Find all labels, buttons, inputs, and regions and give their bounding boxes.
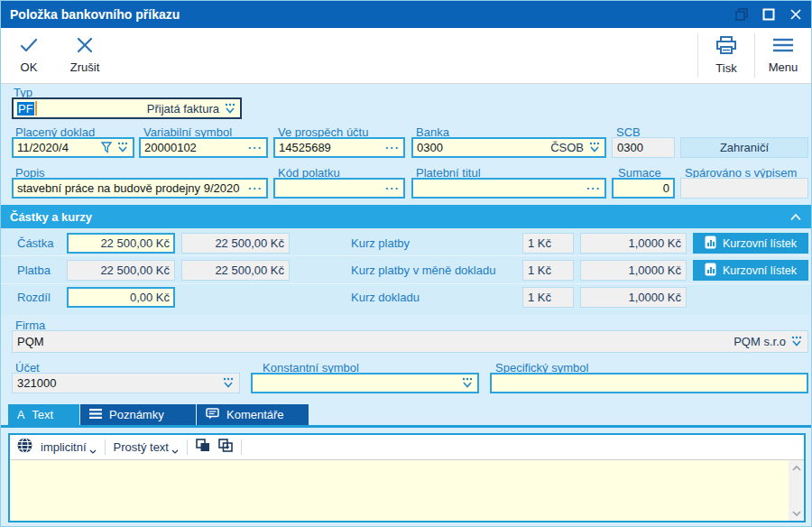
dropdown-combo-icon[interactable]	[222, 377, 235, 389]
kurz-platby-value-field: 1,0000 Kč	[580, 233, 687, 254]
chevron-up-icon[interactable]	[789, 210, 802, 224]
kod-polatku-field[interactable]: ···	[273, 178, 405, 199]
platba-value-2: 22 500,00 Kč	[215, 264, 284, 277]
kurz-platby-mena-label: Kurz platby v měně dokladu	[351, 264, 495, 277]
sparovano-field	[680, 178, 808, 199]
vertical-scrollbar[interactable]	[789, 460, 804, 521]
popis-value: stavební práce na budově prodejny 9/2020	[17, 181, 239, 195]
firma-value: PQM	[17, 335, 44, 348]
ok-button[interactable]: OK	[1, 28, 57, 83]
variabilni-symbol-field[interactable]: 20000102 ···	[139, 137, 268, 158]
platba-field-2: 22 500,00 Kč	[181, 260, 290, 281]
variabilni-symbol-value: 20000102	[144, 141, 197, 154]
specificky-symbol-field[interactable]	[490, 373, 808, 393]
kurzovni-listek-button-2[interactable]: Kurzovní lístek	[693, 260, 808, 281]
castka-value-2: 22 500,00 Kč	[215, 236, 284, 250]
check-icon	[19, 37, 39, 56]
tab-komentare[interactable]: Komentáře	[197, 404, 309, 425]
tab-underline	[1, 425, 811, 428]
restore-icon[interactable]	[735, 8, 748, 21]
kurz-platby-mena-base: 1 Kč	[528, 264, 551, 277]
cancel-button[interactable]: Zrušit	[57, 28, 113, 83]
kurz-dokladu-base: 1 Kč	[528, 291, 551, 304]
placeny-doklad-field[interactable]: 11/2020/4	[12, 137, 134, 158]
funnel-icon[interactable]	[101, 142, 112, 153]
scroll-down-icon[interactable]	[789, 505, 804, 521]
print-label: Tisk	[715, 61, 736, 75]
kurz-platby-mena-base-field: 1 Kč	[522, 260, 574, 281]
ellipsis-button[interactable]: ···	[385, 181, 400, 195]
konstantni-symbol-field[interactable]	[251, 373, 479, 393]
amounts-section-header[interactable]: Částky a kurzy	[1, 205, 811, 228]
kurzovni-listek-button[interactable]: Kurzovní lístek	[693, 233, 808, 254]
exchange-list-icon	[705, 236, 716, 252]
typ-display: Přijatá faktura	[147, 102, 219, 116]
platebni-titul-field[interactable]: ···	[411, 178, 606, 199]
language-dropdown[interactable]: implicitní	[41, 440, 97, 454]
text-format-icon: A	[17, 409, 24, 421]
scb-value: 0300	[617, 141, 643, 154]
format-dropdown-label: Prostý text	[114, 440, 169, 454]
kurz-dokladu-base-field: 1 Kč	[522, 287, 574, 308]
zahranici-button-label: Zahraničí	[720, 141, 769, 154]
dropdown-combo-icon[interactable]	[224, 103, 236, 115]
castka-label: Částka	[17, 236, 53, 250]
ucet-field[interactable]: 321000	[12, 373, 240, 393]
editor-toolbar: implicitní Prostý text	[10, 435, 804, 460]
platba-field: 22 500,00 Kč	[67, 260, 175, 281]
dropdown-combo-icon[interactable]	[461, 377, 474, 389]
ok-label: OK	[21, 60, 38, 74]
separator	[1, 283, 811, 284]
tab-text[interactable]: A Text	[8, 404, 79, 425]
separator	[241, 439, 242, 455]
banka-field[interactable]: 0300 ČSOB	[411, 137, 606, 158]
copy-icon[interactable]	[196, 439, 210, 456]
ellipsis-button[interactable]: ···	[586, 181, 601, 195]
ve-prospech-uctu-value: 14525689	[279, 141, 331, 154]
ve-prospech-uctu-field[interactable]: 14525689 ···	[273, 137, 405, 158]
maximize-icon[interactable]	[762, 8, 775, 21]
print-button[interactable]: Tisk	[698, 28, 754, 83]
kurzovni-listek-label: Kurzovní lístek	[723, 237, 797, 250]
firma-display: PQM s.r.o	[734, 335, 786, 348]
banka-value: 0300	[417, 141, 443, 154]
copy-plus-icon[interactable]	[218, 439, 233, 456]
language-dropdown-label: implicitní	[41, 440, 87, 454]
kurz-platby-mena-value-field: 1,0000 Kč	[580, 260, 687, 281]
format-dropdown[interactable]: Prostý text	[114, 440, 179, 454]
zahranici-button[interactable]: Zahraničí	[680, 137, 808, 158]
rozdil-label: Rozdíl	[17, 291, 51, 304]
dropdown-combo-icon[interactable]	[588, 142, 601, 153]
typ-field[interactable]: PF Přijatá faktura	[12, 97, 242, 119]
kurz-dokladu-value-field: 1,0000 Kč	[580, 287, 687, 308]
close-icon[interactable]	[789, 8, 802, 21]
popis-field[interactable]: stavební práce na budově prodejny 9/2020…	[12, 178, 268, 199]
sumace-value: 0	[663, 181, 669, 195]
window-title: Položka bankovního příkazu	[10, 7, 180, 22]
kurz-dokladu-value: 1,0000 Kč	[628, 291, 681, 304]
tab-komentare-label: Komentáře	[226, 408, 284, 421]
menu-label: Menu	[769, 60, 798, 74]
x-icon	[76, 37, 94, 56]
ellipsis-button[interactable]: ···	[385, 141, 400, 154]
titlebar[interactable]: Položka bankovního příkazu	[1, 1, 811, 28]
platba-label: Platba	[17, 264, 51, 277]
cancel-label: Zrušit	[70, 60, 100, 74]
ellipsis-button[interactable]: ···	[248, 181, 263, 195]
sumace-field[interactable]: 0	[612, 178, 675, 199]
firma-field[interactable]: PQM PQM s.r.o	[12, 330, 808, 353]
menu-button[interactable]: Menu	[755, 28, 811, 83]
castka-field[interactable]: 22 500,00 Kč	[67, 233, 175, 254]
dropdown-combo-icon[interactable]	[116, 142, 129, 153]
scroll-up-icon[interactable]	[789, 460, 804, 476]
rozdil-field[interactable]: 0,00 Kč	[67, 287, 175, 308]
text-editor-panel: implicitní Prostý text	[8, 433, 806, 522]
dropdown-combo-icon[interactable]	[790, 336, 803, 347]
text-caret	[35, 101, 37, 116]
text-content-area[interactable]	[10, 460, 804, 521]
tab-poznamky[interactable]: Poznámky	[80, 404, 196, 425]
notes-lines-icon	[89, 408, 102, 421]
ellipsis-button[interactable]: ···	[248, 141, 263, 154]
globe-icon[interactable]	[17, 438, 32, 457]
typ-code-selected: PF	[17, 102, 34, 116]
